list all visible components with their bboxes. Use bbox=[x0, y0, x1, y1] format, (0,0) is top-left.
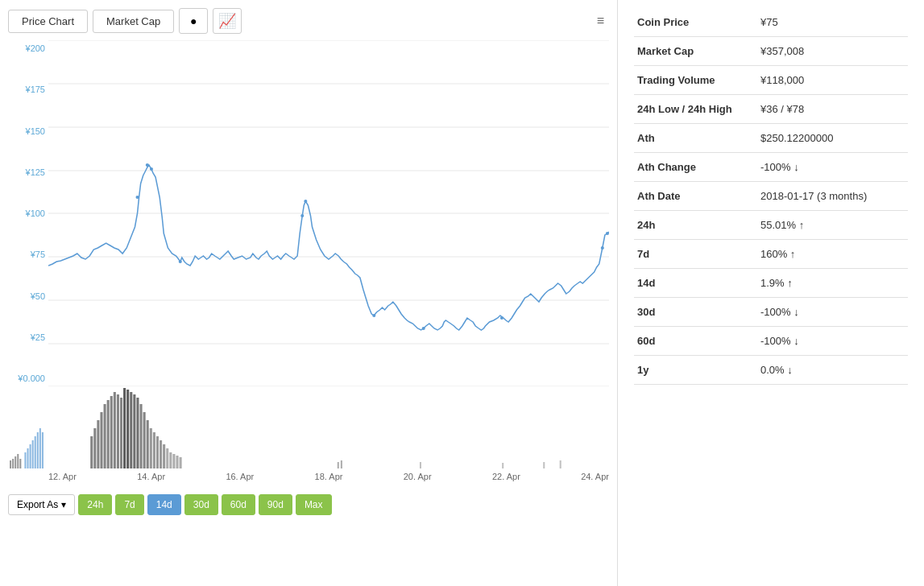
svg-rect-20 bbox=[10, 460, 11, 468]
period-60d-button[interactable]: 60d bbox=[222, 494, 255, 515]
svg-rect-51 bbox=[150, 428, 152, 468]
stat-value-market-cap: ¥357,008 bbox=[757, 37, 908, 66]
svg-rect-30 bbox=[37, 432, 39, 468]
svg-rect-63 bbox=[420, 462, 421, 468]
x-label-16apr: 16. Apr bbox=[226, 472, 254, 481]
svg-rect-52 bbox=[153, 432, 155, 468]
stat-value-ath: $250.12200000 bbox=[757, 124, 908, 153]
stat-value-60d: -100% ↓ bbox=[757, 327, 908, 356]
stat-label-14d: 14d bbox=[634, 269, 757, 298]
stat-label-60d: 60d bbox=[634, 327, 757, 356]
svg-rect-35 bbox=[97, 420, 99, 468]
svg-point-19 bbox=[606, 232, 609, 235]
svg-rect-41 bbox=[117, 394, 119, 468]
export-chevron-icon: ▾ bbox=[61, 499, 66, 510]
stat-label-ath-change: Ath Change bbox=[634, 153, 757, 182]
stat-label-market-cap: Market Cap bbox=[634, 37, 757, 66]
svg-rect-36 bbox=[100, 412, 102, 468]
period-90d-button[interactable]: 90d bbox=[259, 494, 292, 515]
stat-label-30d: 30d bbox=[634, 298, 757, 327]
x-label-18apr: 18. Apr bbox=[315, 472, 343, 481]
x-label-24apr: 24. Apr bbox=[581, 472, 609, 481]
stat-label-1y: 1y bbox=[634, 356, 757, 385]
svg-point-18 bbox=[601, 246, 604, 250]
volume-chart bbox=[8, 388, 609, 468]
period-max-button[interactable]: Max bbox=[296, 494, 332, 515]
svg-rect-42 bbox=[120, 398, 122, 468]
stat-label-ath-date: Ath Date bbox=[634, 182, 757, 211]
period-24h-button[interactable]: 24h bbox=[78, 494, 112, 515]
svg-rect-50 bbox=[147, 420, 149, 468]
x-label-12apr: 12. Apr bbox=[48, 472, 77, 481]
svg-rect-58 bbox=[172, 454, 175, 468]
stat-row-24h-low-high: 24h Low / 24h High ¥36 / ¥78 bbox=[634, 95, 908, 124]
stat-row-ath-date: Ath Date 2018-01-17 (3 months) bbox=[634, 182, 908, 211]
y-label-100: ¥100 bbox=[8, 208, 45, 218]
stat-row-14d: 14d 1.9% ↑ bbox=[634, 269, 908, 298]
svg-rect-59 bbox=[176, 456, 178, 468]
dot-icon: ● bbox=[190, 14, 197, 27]
export-button[interactable]: Export As ▾ bbox=[8, 494, 75, 515]
svg-rect-34 bbox=[93, 428, 96, 468]
period-30d-button[interactable]: 30d bbox=[184, 494, 218, 515]
svg-rect-33 bbox=[90, 436, 93, 468]
x-label-14apr: 14. Apr bbox=[137, 472, 165, 481]
stat-row-market-cap: Market Cap ¥357,008 bbox=[634, 37, 908, 66]
trend-icon-button[interactable]: 📈 bbox=[213, 8, 242, 34]
stat-label-7d: 7d bbox=[634, 240, 757, 269]
stat-value-24h: 55.01% ↑ bbox=[757, 211, 908, 240]
svg-point-15 bbox=[372, 314, 375, 317]
stat-row-30d: 30d -100% ↓ bbox=[634, 298, 908, 327]
svg-rect-27 bbox=[30, 444, 31, 468]
svg-rect-57 bbox=[169, 452, 172, 468]
svg-rect-46 bbox=[133, 394, 135, 468]
stat-row-ath: Ath $250.12200000 bbox=[634, 124, 908, 153]
y-label-0: ¥0.000 bbox=[8, 373, 45, 383]
stat-label-ath: Ath bbox=[634, 124, 757, 153]
dot-icon-button[interactable]: ● bbox=[179, 8, 208, 34]
svg-rect-23 bbox=[17, 454, 19, 468]
svg-rect-21 bbox=[12, 459, 14, 468]
x-axis: 12. Apr 14. Apr 16. Apr 18. Apr 20. Apr … bbox=[8, 468, 609, 485]
stat-value-24h-low-high: ¥36 / ¥78 bbox=[757, 95, 908, 124]
stat-row-trading-volume: Trading Volume ¥118,000 bbox=[634, 66, 908, 95]
y-label-50: ¥50 bbox=[8, 291, 45, 301]
hamburger-menu[interactable]: ≡ bbox=[592, 10, 609, 31]
period-7d-button[interactable]: 7d bbox=[115, 494, 143, 515]
export-label: Export As bbox=[17, 499, 58, 510]
right-panel: Coin Price ¥75 Market Cap ¥357,008 Tradi… bbox=[618, 0, 924, 586]
svg-rect-54 bbox=[160, 440, 162, 468]
left-panel: Price Chart Market Cap ● 📈 ≡ ¥200 ¥175 ¥… bbox=[0, 0, 618, 586]
stat-row-1y: 1y 0.0% ↓ bbox=[634, 356, 908, 385]
svg-rect-47 bbox=[136, 398, 139, 468]
price-svg bbox=[48, 40, 609, 386]
period-14d-button[interactable]: 14d bbox=[147, 494, 181, 515]
svg-rect-49 bbox=[143, 412, 146, 468]
svg-rect-40 bbox=[114, 392, 116, 468]
volume-svg bbox=[8, 388, 609, 468]
stat-value-1y: 0.0% ↓ bbox=[757, 356, 908, 385]
stat-value-7d: 160% ↑ bbox=[757, 240, 908, 269]
svg-point-17 bbox=[500, 316, 503, 320]
svg-rect-53 bbox=[156, 436, 159, 468]
svg-point-9 bbox=[146, 163, 149, 167]
price-chart-tab[interactable]: Price Chart bbox=[8, 10, 88, 33]
stat-value-14d: 1.9% ↑ bbox=[757, 269, 908, 298]
svg-rect-22 bbox=[15, 456, 16, 468]
price-chart-area: ¥200 ¥175 ¥150 ¥125 ¥100 ¥75 ¥50 ¥25 ¥0.… bbox=[8, 40, 609, 386]
svg-point-14 bbox=[304, 200, 307, 203]
y-label-150: ¥150 bbox=[8, 126, 45, 136]
stat-row-7d: 7d 160% ↑ bbox=[634, 240, 908, 269]
stat-label-24h-low-high: 24h Low / 24h High bbox=[634, 95, 757, 124]
market-cap-tab[interactable]: Market Cap bbox=[93, 10, 174, 33]
svg-rect-62 bbox=[341, 460, 342, 468]
y-label-125: ¥125 bbox=[8, 167, 45, 177]
y-label-175: ¥175 bbox=[8, 85, 45, 94]
svg-rect-28 bbox=[32, 440, 34, 468]
stat-row-60d: 60d -100% ↓ bbox=[634, 327, 908, 356]
svg-rect-61 bbox=[338, 462, 339, 468]
y-label-25: ¥25 bbox=[8, 332, 45, 342]
stat-label-24h: 24h bbox=[634, 211, 757, 240]
svg-rect-60 bbox=[180, 457, 182, 468]
svg-rect-43 bbox=[123, 388, 126, 468]
